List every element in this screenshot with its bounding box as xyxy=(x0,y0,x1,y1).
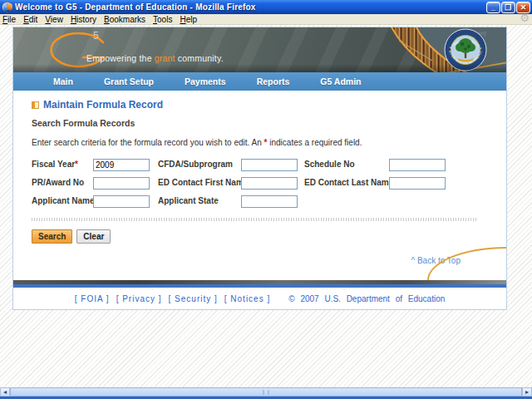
tagline-suffix: community. xyxy=(175,53,224,63)
horizontal-scrollbar[interactable]: ◂ ▸ xyxy=(0,387,532,397)
dotted-separator xyxy=(32,218,476,221)
nav-grant-setup[interactable]: Grant Setup xyxy=(104,76,154,86)
page-title: Maintain Formula Record xyxy=(43,99,163,111)
firefox-icon xyxy=(2,2,12,12)
scroll-right-arrow[interactable]: ▸ xyxy=(522,387,532,397)
instruction-before: Enter search criteria for the formula re… xyxy=(32,138,264,147)
menu-history[interactable]: History xyxy=(71,15,96,24)
nav-g5-admin[interactable]: G5 Admin xyxy=(320,76,361,86)
menu-bar: File Edit View History Bookmarks Tools H… xyxy=(0,14,532,25)
schedule-no-label: Schedule No xyxy=(304,160,389,169)
menu-bookmarks[interactable]: Bookmarks xyxy=(104,15,145,24)
throbber-gear-icon: ⚙ xyxy=(520,12,530,23)
clear-button[interactable]: Clear xyxy=(76,229,111,244)
instruction-after: indicates a required field. xyxy=(267,138,362,147)
menu-file[interactable]: File xyxy=(2,15,16,24)
fiscal-year-label: Fiscal Year* xyxy=(32,160,93,169)
classroom-corner-image xyxy=(427,247,506,280)
menu-edit[interactable]: Edit xyxy=(23,15,37,24)
scroll-left-arrow[interactable]: ◂ xyxy=(0,387,10,397)
instruction-text: Enter search criteria for the formula re… xyxy=(32,138,506,147)
nav-main[interactable]: Main xyxy=(53,76,73,86)
ed-contact-first-name-input[interactable] xyxy=(241,177,298,190)
fiscal-year-required-star: * xyxy=(75,160,78,169)
search-form: Fiscal Year* CFDA/Subprogram Schedule No… xyxy=(32,156,506,208)
page-background: 5 Empowering the grant community. π(x)√∫ xyxy=(0,25,532,387)
cfda-input[interactable] xyxy=(241,159,298,171)
menu-tools[interactable]: Tools xyxy=(153,15,172,24)
applicant-state-label: Applicant State xyxy=(158,196,241,205)
footer-link-foia[interactable]: [ FOIA ] xyxy=(75,294,110,303)
applicant-name-input[interactable] xyxy=(93,195,150,208)
main-content: Maintain Formula Record Search Formula R… xyxy=(13,91,506,280)
footer-link-privacy[interactable]: [ Privacy ] xyxy=(116,294,162,303)
ed-contact-last-name-label: ED Contact Last Name xyxy=(304,178,389,187)
tagline-prefix: Empowering the xyxy=(86,53,155,63)
menu-view[interactable]: View xyxy=(45,15,63,24)
page-title-icon xyxy=(32,101,39,109)
footer-link-security[interactable]: [ Security ] xyxy=(169,294,218,303)
footer: [ FOIA ] [ Privacy ] [ Security ] [ Noti… xyxy=(13,288,506,309)
footer-copyright: © 2007 U.S. Department of Education xyxy=(288,294,445,303)
fiscal-year-input[interactable] xyxy=(93,159,150,171)
ed-contact-last-name-input[interactable] xyxy=(389,177,446,190)
banner-decoration: π(x)√∫ DEPARTMENT OF EDUCATION UNITED ST… xyxy=(359,27,506,72)
fiscal-year-label-text: Fiscal Year xyxy=(32,160,75,169)
footer-gradient-bar xyxy=(13,280,506,288)
ed-contact-first-name-label: ED Contact First Name xyxy=(158,178,241,187)
nav-payments[interactable]: Payments xyxy=(185,76,226,86)
applicant-state-input[interactable] xyxy=(241,195,298,208)
minimize-button[interactable]: _ xyxy=(486,2,500,13)
pr-award-no-label: PR/Award No xyxy=(32,178,93,187)
window-title: Welcome to G5 - Department of Education … xyxy=(15,2,486,12)
pr-award-no-input[interactable] xyxy=(93,177,150,190)
main-navigation: Main Grant Setup Payments Reports G5 Adm… xyxy=(13,72,506,91)
g5-logo-number: 5 xyxy=(93,30,99,42)
tagline-accent: grant xyxy=(155,53,175,63)
menu-help[interactable]: Help xyxy=(180,15,197,24)
page-content: 5 Empowering the grant community. π(x)√∫ xyxy=(12,27,507,310)
applicant-name-label: Applicant Name xyxy=(32,196,93,205)
window-titlebar: Welcome to G5 - Department of Education … xyxy=(0,0,532,14)
schedule-no-input[interactable] xyxy=(389,159,446,171)
section-title: Search Formula Records xyxy=(32,118,506,128)
footer-link-notices[interactable]: [ Notices ] xyxy=(224,294,270,303)
g5-banner: 5 Empowering the grant community. π(x)√∫ xyxy=(13,27,506,72)
search-button[interactable]: Search xyxy=(32,229,72,244)
cfda-label: CFDA/Subprogram xyxy=(158,160,241,169)
banner-tagline: Empowering the grant community. xyxy=(86,53,224,63)
nav-reports[interactable]: Reports xyxy=(257,76,290,86)
restore-button[interactable]: ❐ xyxy=(501,2,515,13)
scrollbar-thumb[interactable] xyxy=(10,387,522,397)
